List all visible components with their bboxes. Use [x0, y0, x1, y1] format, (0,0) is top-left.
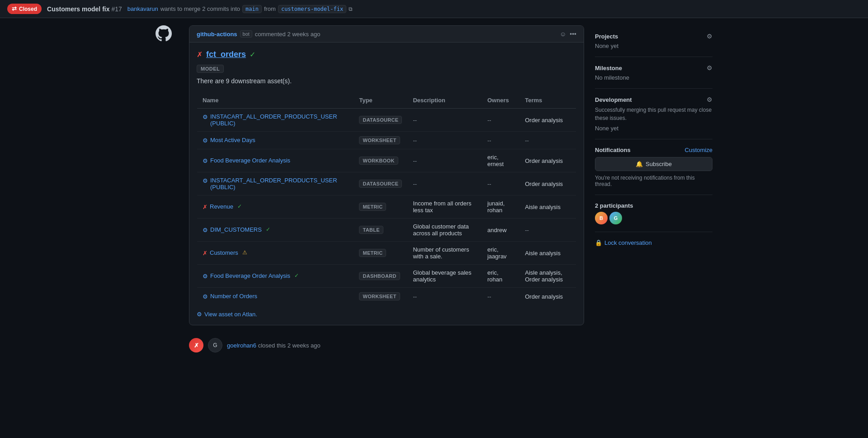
- comment-box: github-actions bot commented 2 weeks ago…: [189, 25, 584, 325]
- pr-subtitle: bankavarun wants to merge 2 commits into…: [127, 5, 353, 13]
- table-cell-owners: eric, jaagrav: [482, 242, 519, 265]
- comment-author-name[interactable]: github-actions: [197, 31, 237, 38]
- table-row: ⚙Most Active DaysWORKSHEET------: [197, 132, 576, 149]
- table-cell-owners: --: [482, 132, 519, 149]
- github-logo: [156, 25, 172, 42]
- table-header-row: Name Type Description Owners Terms: [197, 92, 576, 109]
- sidebar-projects-label: Projects ⚙: [595, 33, 712, 40]
- asset-name-link[interactable]: ⚙Most Active Days: [203, 137, 348, 144]
- table-cell-name: ⚙Most Active Days: [197, 132, 354, 149]
- milestone-gear-button[interactable]: ⚙: [707, 64, 712, 71]
- asset-type-badge: DASHBOARD: [359, 272, 400, 280]
- bell-icon: 🔔: [636, 161, 643, 167]
- asset-type-icon: ⚙: [203, 114, 208, 120]
- head-branch-badge: customers-model-fix: [278, 5, 346, 13]
- table-cell-owners: junaid, rohan: [482, 195, 519, 219]
- participant-avatar-1: B: [595, 212, 608, 224]
- asset-type-icon: ✗: [203, 250, 208, 257]
- asset-name-text: Food Beverage Order Analysis: [210, 157, 290, 164]
- table-row: ⚙DIM_CUSTOMERS✓TABLEGlobal customer data…: [197, 219, 576, 242]
- asset-type-icon: ⚙: [203, 227, 208, 233]
- asset-verified-icon: ✓: [294, 272, 299, 279]
- asset-name-link[interactable]: ✗Customers⚠: [203, 249, 348, 257]
- sidebar-notifications-section: Notifications Customize 🔔 Subscribe You'…: [595, 139, 712, 195]
- merge-icon: ⇄: [12, 5, 17, 12]
- table-cell-type: METRIC: [354, 195, 407, 219]
- asset-name-text: Revenue: [210, 203, 233, 210]
- participants-row: B G: [595, 212, 712, 224]
- asset-name-text: INSTACART_ALL_ORDER_PRODUCTS_USER (PUBLI…: [210, 177, 348, 190]
- comment-timestamp: commented 2 weeks ago: [255, 31, 321, 38]
- asset-name-link[interactable]: ⚙INSTACART_ALL_ORDER_PRODUCTS_USER (PUBL…: [203, 177, 348, 190]
- table-cell-name: ⚙Food Beverage Order Analysis✓: [197, 265, 354, 288]
- subscribe-label: Subscribe: [646, 161, 672, 167]
- table-cell-terms: Aisle analysis, Order analysis: [519, 265, 576, 288]
- asset-name-link[interactable]: ✗Revenue✓: [203, 203, 348, 210]
- sidebar-development-section: Development ⚙ Successfully merging this …: [595, 89, 712, 139]
- table-cell-description: Number of customers with a sale.: [407, 242, 482, 265]
- notifications-header: Notifications Customize: [595, 147, 712, 153]
- subscribe-button[interactable]: 🔔 Subscribe: [595, 157, 712, 171]
- table-cell-owners: eric, ernest: [482, 149, 519, 172]
- table-cell-type: WORKSHEET: [354, 132, 407, 149]
- asset-name-link[interactable]: ⚙Food Beverage Order Analysis: [203, 157, 348, 164]
- model-heading: ✗ fct_orders ✓: [197, 50, 576, 59]
- copy-icon[interactable]: ⧉: [349, 6, 353, 12]
- view-asset-label: View asset on Atlan.: [204, 311, 257, 318]
- more-options-icon[interactable]: •••: [570, 30, 576, 38]
- lock-conversation-button[interactable]: 🔒 Lock conversation: [595, 239, 652, 246]
- asset-name-link[interactable]: ⚙INSTACART_ALL_ORDER_PRODUCTS_USER (PUBL…: [203, 113, 348, 127]
- closed-by-avatar: ✗: [189, 338, 203, 352]
- asset-type-badge: WORKBOOK: [359, 157, 398, 165]
- asset-name-link[interactable]: ⚙Food Beverage Order Analysis✓: [203, 272, 348, 280]
- table-cell-type: WORKSHEET: [354, 288, 407, 305]
- development-gear-button[interactable]: ⚙: [707, 96, 712, 103]
- table-cell-name: ✗Customers⚠: [197, 242, 354, 265]
- asset-type-icon: ⚙: [203, 273, 208, 280]
- table-cell-owners: eric, rohan: [482, 265, 519, 288]
- table-cell-name: ✗Revenue✓: [197, 195, 354, 219]
- right-sidebar: Projects ⚙ None yet Milestone ⚙ No miles…: [595, 25, 712, 356]
- col-header-type: Type: [354, 92, 407, 109]
- development-value: None yet: [595, 125, 712, 132]
- lock-icon: 🔒: [595, 239, 602, 246]
- table-cell-name: ⚙DIM_CUSTOMERS✓: [197, 219, 354, 242]
- table-row: ⚙Food Beverage Order Analysis✓DASHBOARDG…: [197, 265, 576, 288]
- development-text: Successfully merging this pull request m…: [595, 106, 712, 122]
- comment-body: ✗ fct_orders ✓ MODEL There are 9 downstr…: [189, 43, 584, 325]
- asset-warning-icon: ⚠: [242, 249, 247, 256]
- closed-by-user-avatar: G: [208, 338, 222, 352]
- table-cell-type: DASHBOARD: [354, 265, 407, 288]
- asset-type-badge: WORKSHEET: [359, 136, 400, 144]
- pr-author-link[interactable]: bankavarun: [127, 5, 158, 12]
- content-column: github-actions bot commented 2 weeks ago…: [189, 25, 584, 356]
- pr-status-badge: ⇄ Closed: [7, 4, 42, 14]
- customize-link[interactable]: Customize: [685, 147, 712, 153]
- asset-name-link[interactable]: ⚙DIM_CUSTOMERS✓: [203, 226, 348, 233]
- table-row: ⚙INSTACART_ALL_ORDER_PRODUCTS_USER (PUBL…: [197, 109, 576, 132]
- comment-header-actions: ☺ •••: [560, 30, 576, 38]
- status-label: Closed: [19, 6, 37, 12]
- model-verified-icon: ✓: [250, 50, 255, 59]
- sidebar-milestone-label: Milestone ⚙: [595, 64, 712, 71]
- smiley-icon[interactable]: ☺: [560, 30, 566, 38]
- asset-type-badge: DATASOURCE: [359, 180, 402, 188]
- atlan-icon: ⚙: [197, 311, 202, 318]
- table-cell-description: Income from all orders less tax: [407, 195, 482, 219]
- projects-gear-button[interactable]: ⚙: [707, 33, 712, 40]
- asset-name-link[interactable]: ⚙Number of Orders: [203, 293, 348, 300]
- closed-by-user-link[interactable]: goelrohan6: [227, 342, 256, 349]
- model-name-link[interactable]: fct_orders: [206, 50, 246, 59]
- table-cell-name: ⚙INSTACART_ALL_ORDER_PRODUCTS_USER (PUBL…: [197, 109, 354, 132]
- table-cell-terms: Aisle analysis: [519, 242, 576, 265]
- view-asset-link[interactable]: ⚙ View asset on Atlan.: [197, 311, 576, 318]
- table-cell-name: ⚙INSTACART_ALL_ORDER_PRODUCTS_USER (PUBL…: [197, 172, 354, 195]
- table-cell-description: --: [407, 109, 482, 132]
- col-header-description: Description: [407, 92, 482, 109]
- table-cell-description: --: [407, 149, 482, 172]
- notification-sub-text: You're not receiving notifications from …: [595, 175, 712, 187]
- base-branch-badge: main: [242, 5, 262, 13]
- model-type-badge: MODEL: [197, 65, 224, 73]
- sidebar-milestone-value: No milestone: [595, 74, 712, 81]
- sidebar-projects-section: Projects ⚙ None yet: [595, 25, 712, 57]
